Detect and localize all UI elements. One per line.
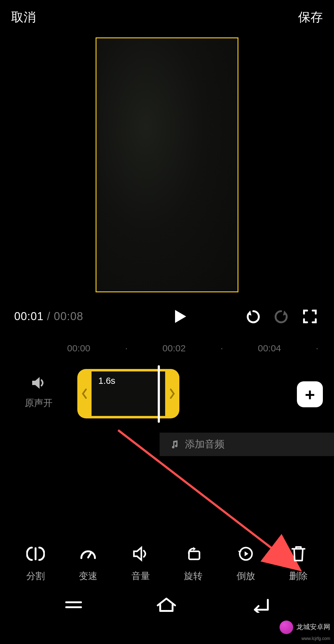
reverse-icon — [237, 544, 255, 563]
speaker-icon — [30, 375, 47, 391]
undo-button[interactable] — [243, 307, 263, 326]
watermark: 龙城安卓网 www.lcjrfg.com — [280, 621, 330, 642]
split-icon — [26, 544, 45, 563]
timeline-ruler: 00:00 · 00:02 · 00:04 · — [0, 343, 334, 354]
clip-handle-left[interactable] — [77, 369, 92, 418]
home-icon — [155, 596, 178, 613]
music-note-icon — [170, 440, 179, 449]
time-current: 00:01 — [14, 310, 44, 323]
rotate-icon — [184, 544, 203, 563]
original-sound-toggle[interactable]: 原声开 — [25, 375, 53, 409]
trash-icon — [290, 544, 307, 563]
fullscreen-button[interactable] — [300, 307, 320, 326]
speed-icon — [79, 544, 97, 563]
add-clip-button[interactable]: + — [297, 381, 323, 407]
timecode: 00:01 / 00:08 — [14, 310, 83, 323]
chevron-right-icon — [169, 388, 175, 399]
save-button[interactable]: 保存 — [298, 9, 323, 26]
volume-button[interactable]: 音量 — [118, 543, 164, 583]
redo-icon — [274, 309, 289, 324]
playhead[interactable] — [158, 365, 160, 423]
add-audio-label: 添加音频 — [185, 438, 225, 451]
original-sound-label: 原声开 — [25, 397, 53, 409]
video-preview[interactable] — [0, 37, 334, 292]
clip-handle-right[interactable] — [165, 369, 179, 418]
nav-back-button[interactable] — [249, 597, 270, 614]
fullscreen-icon — [303, 309, 317, 324]
clip-duration: 1.6s — [98, 376, 115, 386]
menu-icon — [64, 597, 84, 612]
cancel-button[interactable]: 取消 — [11, 9, 36, 26]
undo-icon — [245, 309, 261, 324]
ruler-tick: 00:00 — [62, 343, 96, 354]
redo-button[interactable] — [272, 307, 291, 326]
ruler-tick: 00:02 — [157, 343, 191, 354]
ruler-tick: 00:04 — [253, 343, 286, 354]
reverse-button[interactable]: 倒放 — [223, 543, 269, 583]
svg-rect-2 — [189, 551, 199, 559]
delete-button[interactable]: 删除 — [275, 543, 322, 583]
volume-icon — [131, 544, 150, 563]
plus-icon: + — [305, 384, 315, 405]
time-total: 00:08 — [54, 310, 83, 323]
play-icon — [174, 309, 187, 324]
back-icon — [249, 597, 270, 613]
clip-thumbnail: 1.6s — [92, 371, 165, 416]
play-button[interactable] — [173, 309, 188, 324]
add-audio-button[interactable]: 添加音频 — [160, 433, 334, 456]
chevron-left-icon — [81, 388, 88, 399]
speed-button[interactable]: 变速 — [65, 543, 111, 583]
video-clip[interactable]: 1.6s — [77, 369, 179, 418]
nav-home-button[interactable] — [155, 596, 178, 615]
watermark-badge-icon — [280, 621, 293, 634]
svg-line-1 — [88, 553, 91, 557]
rotate-button[interactable]: 旋转 — [170, 543, 216, 583]
split-button[interactable]: 分割 — [12, 543, 59, 583]
nav-menu-button[interactable] — [64, 597, 84, 613]
preview-frame — [96, 37, 238, 292]
